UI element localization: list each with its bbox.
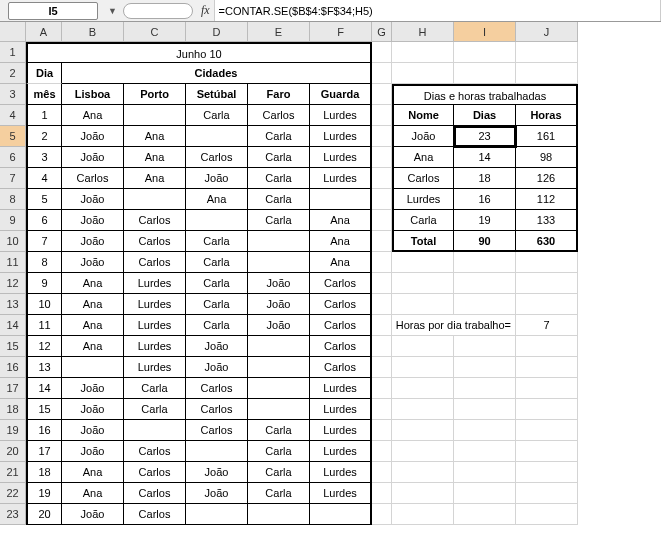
cell[interactable]: [372, 315, 392, 336]
row-header[interactable]: 19: [0, 420, 26, 441]
cell[interactable]: Lurdes: [310, 441, 372, 462]
cell[interactable]: [392, 462, 454, 483]
cell[interactable]: [372, 441, 392, 462]
col-header-e[interactable]: E: [248, 22, 310, 42]
cell[interactable]: Lurdes: [310, 399, 372, 420]
cell[interactable]: Carlos: [124, 441, 186, 462]
cell[interactable]: [516, 399, 578, 420]
cell[interactable]: Carlos: [310, 273, 372, 294]
cell[interactable]: 18: [454, 168, 516, 189]
cell[interactable]: Carlos: [186, 147, 248, 168]
row-header[interactable]: 21: [0, 462, 26, 483]
row-header[interactable]: 20: [0, 441, 26, 462]
cell[interactable]: João: [62, 252, 124, 273]
row-header[interactable]: 11: [0, 252, 26, 273]
row-header[interactable]: 15: [0, 336, 26, 357]
cell[interactable]: Lurdes: [124, 273, 186, 294]
col-header-d[interactable]: D: [186, 22, 248, 42]
cell[interactable]: [248, 231, 310, 252]
cell[interactable]: [186, 126, 248, 147]
cell[interactable]: [372, 252, 392, 273]
row-header[interactable]: 6: [0, 147, 26, 168]
row-header[interactable]: 1: [0, 42, 26, 63]
cell[interactable]: 7: [26, 231, 62, 252]
cell[interactable]: [392, 273, 454, 294]
cell[interactable]: [454, 399, 516, 420]
cell[interactable]: Carla: [248, 462, 310, 483]
cell[interactable]: Lurdes: [124, 336, 186, 357]
t2-nome-hdr[interactable]: Nome: [392, 105, 454, 126]
cell[interactable]: Ana: [310, 210, 372, 231]
cell[interactable]: 14: [454, 147, 516, 168]
cell[interactable]: 1: [26, 105, 62, 126]
cell[interactable]: João: [392, 126, 454, 147]
cell[interactable]: [392, 336, 454, 357]
cell[interactable]: [516, 378, 578, 399]
row-header[interactable]: 13: [0, 294, 26, 315]
cell[interactable]: [372, 84, 392, 105]
cell[interactable]: [124, 420, 186, 441]
cell[interactable]: João: [186, 357, 248, 378]
cell[interactable]: João: [186, 462, 248, 483]
cell[interactable]: [372, 336, 392, 357]
col-header-f[interactable]: F: [310, 22, 372, 42]
row-header[interactable]: 9: [0, 210, 26, 231]
cell[interactable]: Carla: [186, 105, 248, 126]
cell[interactable]: João: [186, 336, 248, 357]
cell[interactable]: Carla: [186, 252, 248, 273]
cell[interactable]: Ana: [62, 483, 124, 504]
cell[interactable]: Carla: [392, 210, 454, 231]
cell[interactable]: [454, 273, 516, 294]
cell[interactable]: Ana: [62, 294, 124, 315]
cell[interactable]: [392, 252, 454, 273]
cell[interactable]: 8: [26, 252, 62, 273]
cell[interactable]: [248, 399, 310, 420]
hpd-label[interactable]: Horas por dia trabalho=: [392, 315, 516, 336]
cell[interactable]: [310, 189, 372, 210]
cell[interactable]: [248, 252, 310, 273]
cell[interactable]: [516, 462, 578, 483]
cell[interactable]: [186, 504, 248, 525]
cell[interactable]: 16: [26, 420, 62, 441]
t2-horas-hdr[interactable]: Horas: [516, 105, 578, 126]
cell[interactable]: [372, 189, 392, 210]
cell[interactable]: Carla: [124, 378, 186, 399]
spreadsheet-grid[interactable]: A B C D E F G H I J 1 Junho 10 2 Dia Cid…: [0, 22, 661, 525]
col-header-a[interactable]: A: [26, 22, 62, 42]
cell[interactable]: Carla: [186, 273, 248, 294]
cell[interactable]: 4: [26, 168, 62, 189]
col-header-b[interactable]: B: [62, 22, 124, 42]
cell[interactable]: [124, 105, 186, 126]
cell[interactable]: Lurdes: [310, 105, 372, 126]
cell[interactable]: João: [248, 294, 310, 315]
cell[interactable]: Lurdes: [124, 357, 186, 378]
cell[interactable]: Lurdes: [310, 462, 372, 483]
cell[interactable]: Carlos: [186, 399, 248, 420]
row-header[interactable]: 12: [0, 273, 26, 294]
cell[interactable]: [248, 504, 310, 525]
cell[interactable]: Ana: [310, 252, 372, 273]
cell[interactable]: [454, 63, 516, 84]
col-guarda[interactable]: Guarda: [310, 84, 372, 105]
row-header[interactable]: 7: [0, 168, 26, 189]
cell[interactable]: [392, 294, 454, 315]
title-cell[interactable]: Junho 10: [26, 42, 372, 63]
cell[interactable]: Carlos: [310, 336, 372, 357]
cell[interactable]: Carlos: [310, 315, 372, 336]
cell[interactable]: 17: [26, 441, 62, 462]
cell[interactable]: Carla: [186, 294, 248, 315]
cell[interactable]: [186, 441, 248, 462]
cell[interactable]: João: [62, 399, 124, 420]
cell[interactable]: Carla: [248, 210, 310, 231]
cell[interactable]: [454, 357, 516, 378]
cell[interactable]: [454, 378, 516, 399]
row-header[interactable]: 22: [0, 483, 26, 504]
select-all-corner[interactable]: [0, 22, 26, 42]
cell[interactable]: [392, 483, 454, 504]
cell[interactable]: Ana: [62, 105, 124, 126]
cell[interactable]: [392, 63, 454, 84]
cell[interactable]: Carlos: [124, 462, 186, 483]
namebox-dropdown-icon[interactable]: ▼: [102, 6, 123, 16]
col-lisboa[interactable]: Lisboa: [62, 84, 124, 105]
col-setubal[interactable]: Setúbal: [186, 84, 248, 105]
